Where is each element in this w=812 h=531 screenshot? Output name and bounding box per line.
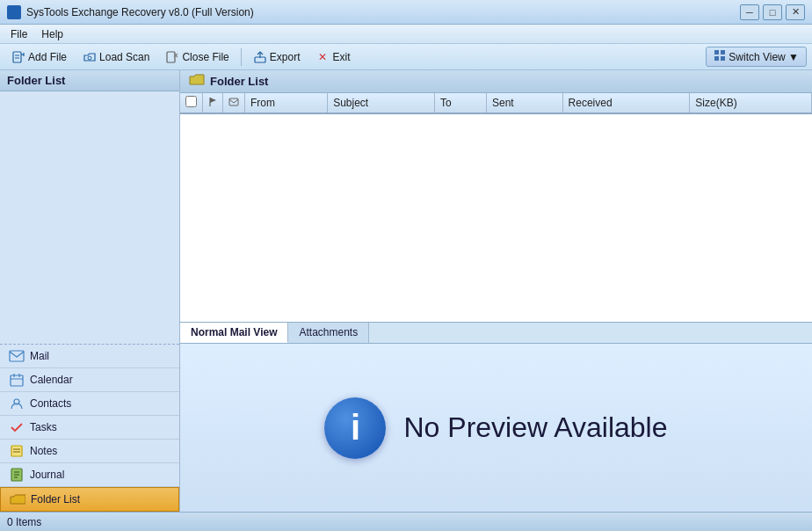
tasks-label: Tasks [30,421,57,433]
close-file-label: Close File [182,51,228,63]
tab-normal-mail[interactable]: Normal Mail View [180,323,288,343]
tab-attachments[interactable]: Attachments [288,323,369,343]
exit-icon: ✕ [315,50,330,64]
nav-tasks[interactable]: Tasks [0,416,179,440]
mail-icon [9,349,25,363]
title-bar-left: SysTools Exchange Recovery v8.0 (Full Ve… [7,5,254,19]
preview-area: i No Preview Available [180,344,812,512]
add-file-button[interactable]: Add File [5,47,73,67]
svg-rect-13 [714,56,719,61]
restore-button[interactable]: □ [763,4,782,20]
title-text: SysTools Exchange Recovery v8.0 (Full Ve… [26,6,254,18]
close-button[interactable]: ✕ [786,4,805,20]
load-scan-icon [83,50,97,64]
svg-point-5 [88,56,91,60]
select-all-checkbox[interactable] [185,96,197,107]
nav-contacts[interactable]: Contacts [0,392,179,416]
load-scan-button[interactable]: Load Scan [76,47,156,67]
contacts-label: Contacts [30,397,71,410]
app-icon [7,5,21,19]
right-panel-header: Folder List [180,70,812,93]
title-bar-controls: ─ □ ✕ [740,4,805,20]
journal-label: Journal [30,469,64,481]
exit-button[interactable]: ✕ Exit [309,47,356,67]
col-checkbox[interactable] [180,93,203,113]
notes-label: Notes [30,445,57,457]
toolbar: Add File Load Scan Close File Export ✕ E… [0,44,812,70]
export-icon [253,50,267,64]
svg-rect-14 [721,56,725,61]
main-area: Folder List Mail Calendar Contacts [0,70,812,512]
svg-rect-12 [721,50,725,55]
contacts-icon [9,396,25,411]
add-file-icon [11,50,25,64]
svg-rect-16 [11,375,23,386]
svg-rect-29 [229,98,238,105]
no-preview-text: No Preview Available [403,411,667,444]
svg-rect-11 [714,50,719,55]
toolbar-sep [241,48,242,66]
svg-rect-6 [167,52,175,62]
switch-view-icon [714,49,726,64]
col-received[interactable]: Received [562,93,690,113]
folder-list-icon [10,492,25,506]
email-table[interactable]: From Subject To Sent Received Size(KB) [180,93,812,322]
preview-tabs: Normal Mail View Attachments [180,322,812,344]
right-panel-title: Folder List [210,75,268,88]
tasks-icon [9,420,25,434]
folder-tree [0,91,179,344]
nav-folder-list[interactable]: Folder List [0,487,179,512]
right-panel: Folder List From [180,70,812,512]
svg-rect-21 [11,446,22,456]
switch-view-label: Switch View ▼ [729,51,799,63]
emails-table: From Subject To Sent Received Size(KB) [180,93,812,114]
add-file-label: Add File [28,51,67,63]
calendar-label: Calendar [30,374,73,386]
nav-journal[interactable]: Journal [0,463,179,487]
svg-rect-0 [13,52,21,62]
menu-help[interactable]: Help [34,26,70,42]
col-flag[interactable] [203,93,223,113]
minimize-button[interactable]: ─ [740,4,759,20]
exit-label: Exit [332,51,350,63]
svg-rect-15 [10,351,24,361]
folder-list-label: Folder List [31,493,80,506]
journal-icon [9,468,25,482]
load-scan-label: Load Scan [99,51,149,63]
col-from[interactable]: From [245,93,328,113]
title-bar: SysTools Exchange Recovery v8.0 (Full Ve… [0,0,812,25]
export-label: Export [270,51,301,63]
menu-file[interactable]: File [4,26,34,42]
calendar-icon [9,373,25,387]
col-icon[interactable] [223,93,245,113]
nav-notes[interactable]: Notes [0,440,179,463]
nav-mail[interactable]: Mail [0,345,179,368]
col-to[interactable]: To [434,93,486,113]
col-subject[interactable]: Subject [328,93,435,113]
status-bar: 0 Items [0,512,812,531]
menu-bar: File Help [0,25,812,44]
left-panel-header: Folder List [0,70,179,91]
col-size[interactable]: Size(KB) [690,93,812,113]
close-file-icon [165,50,179,64]
notes-icon [9,444,25,458]
nav-calendar[interactable]: Calendar [0,368,179,392]
preview-info-icon: i [324,397,386,459]
status-text: 0 Items [7,516,41,528]
mail-label: Mail [30,350,49,362]
folder-icon [189,74,205,89]
switch-view-button[interactable]: Switch View ▼ [706,47,807,67]
left-panel: Folder List Mail Calendar Contacts [0,70,180,512]
close-file-button[interactable]: Close File [159,47,235,67]
export-button[interactable]: Export [247,47,307,67]
col-sent[interactable]: Sent [486,93,562,113]
nav-items: Mail Calendar Contacts Tasks [0,344,179,512]
